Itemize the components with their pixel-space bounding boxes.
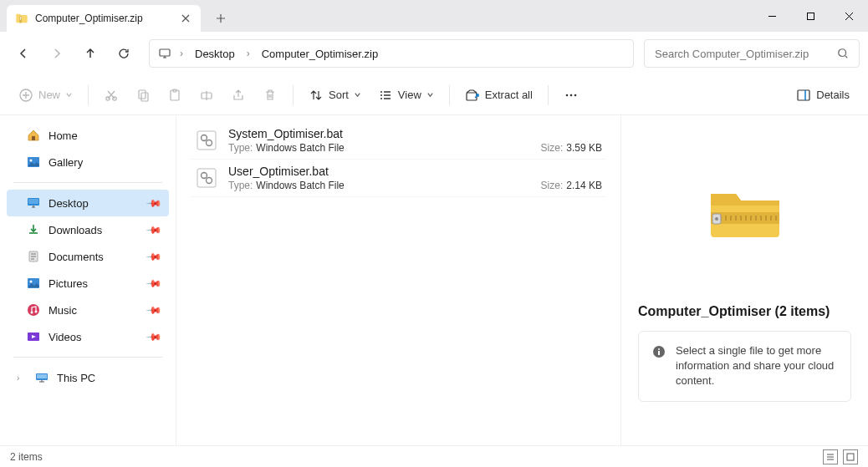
svg-rect-12	[141, 93, 148, 101]
breadcrumb-item[interactable]: Computer_Optimiser.zip	[258, 46, 381, 62]
pc-icon	[35, 371, 49, 384]
svg-point-30	[31, 312, 33, 314]
svg-point-31	[35, 311, 38, 313]
svg-rect-25	[28, 199, 38, 204]
maximize-button[interactable]	[791, 0, 830, 32]
pin-icon: 📌	[146, 195, 163, 212]
status-bar: 2 items	[0, 445, 868, 467]
svg-point-7	[839, 49, 846, 57]
videos-icon	[27, 330, 40, 343]
paste-button[interactable]	[161, 82, 189, 109]
chevron-right-icon: ›	[176, 48, 186, 59]
sidebar: Home Gallery Desktop 📌 Downloads 📌 Docum…	[0, 115, 176, 445]
pin-icon: 📌	[146, 248, 163, 266]
info-icon	[652, 345, 666, 358]
sidebar-item-desktop[interactable]: Desktop 📌	[7, 190, 169, 216]
more-button[interactable]	[557, 82, 585, 109]
svg-point-43	[715, 217, 718, 221]
view-details-button[interactable]	[823, 449, 838, 464]
svg-rect-46	[658, 351, 660, 355]
chevron-down-icon	[426, 91, 434, 99]
new-tab-button[interactable]	[206, 5, 236, 32]
search-box[interactable]	[644, 39, 860, 68]
desktop-icon	[27, 196, 40, 210]
sort-button[interactable]: Sort	[302, 82, 368, 109]
file-name: User_Optimiser.bat	[228, 165, 602, 178]
svg-rect-5	[807, 13, 814, 19]
address-bar[interactable]: › Desktop › Computer_Optimiser.zip	[149, 39, 634, 68]
up-button[interactable]	[75, 38, 105, 69]
search-input[interactable]	[655, 48, 830, 60]
pin-icon: 📌	[146, 328, 163, 346]
copy-button[interactable]	[129, 82, 157, 109]
rename-button[interactable]	[192, 82, 221, 109]
svg-point-28	[30, 281, 33, 283]
svg-rect-35	[197, 131, 216, 150]
documents-icon	[27, 250, 40, 263]
refresh-button[interactable]	[109, 38, 139, 69]
svg-rect-4	[20, 18, 21, 19]
sidebar-item-documents[interactable]: Documents 📌	[7, 243, 169, 270]
minimize-button[interactable]	[753, 0, 791, 32]
sidebar-item-music[interactable]: Music 📌	[7, 297, 169, 323]
pin-icon: 📌	[146, 221, 163, 239]
batch-file-icon	[195, 129, 218, 152]
share-button[interactable]	[224, 82, 253, 109]
details-tip: Select a single file to get more informa…	[638, 331, 851, 402]
svg-rect-3	[20, 17, 21, 18]
details-pane: Computer_Optimiser (2 items) Select a si…	[620, 115, 868, 445]
home-icon	[27, 129, 40, 142]
file-row[interactable]: User_Optimiser.bat Type:Windows Batch Fi…	[191, 160, 605, 197]
details-toggle[interactable]: Details	[789, 82, 856, 109]
toolbar: New Sort View Extract all Details	[0, 75, 868, 115]
chevron-right-icon: ›	[243, 48, 253, 59]
svg-point-17	[566, 94, 569, 96]
zip-folder-icon	[707, 182, 783, 242]
delete-button[interactable]	[256, 82, 284, 109]
chevron-right-icon: ›	[17, 373, 27, 383]
view-button[interactable]: View	[371, 82, 441, 109]
sidebar-item-gallery[interactable]: Gallery	[7, 149, 169, 175]
svg-rect-38	[197, 169, 216, 187]
view-thumbnails-button[interactable]	[843, 449, 858, 464]
svg-point-23	[30, 160, 33, 162]
breadcrumb-item[interactable]: Desktop	[191, 46, 238, 62]
close-button[interactable]	[830, 0, 868, 32]
file-name: System_Optimiser.bat	[228, 127, 602, 140]
sidebar-item-thispc[interactable]: › This PC	[7, 364, 169, 391]
file-list: System_Optimiser.bat Type:Windows Batch …	[176, 115, 620, 445]
tab-close-icon[interactable]	[179, 12, 192, 25]
pin-icon: 📌	[146, 275, 163, 292]
pin-icon: 📌	[146, 302, 163, 319]
new-button[interactable]: New	[12, 82, 79, 109]
forward-button[interactable]	[42, 38, 72, 69]
window-tab[interactable]: Computer_Optimiser.zip	[7, 5, 201, 32]
svg-rect-6	[160, 49, 170, 56]
tab-title: Computer_Optimiser.zip	[35, 13, 172, 24]
sidebar-item-home[interactable]: Home	[7, 122, 169, 149]
sidebar-item-pictures[interactable]: Pictures 📌	[7, 270, 169, 297]
downloads-icon	[27, 223, 40, 236]
back-button[interactable]	[8, 38, 38, 69]
sidebar-item-videos[interactable]: Videos 📌	[7, 323, 169, 350]
batch-file-icon	[195, 166, 218, 190]
svg-point-29	[28, 304, 39, 316]
cut-button[interactable]	[97, 82, 125, 109]
extract-all-button[interactable]: Extract all	[458, 82, 539, 109]
file-row[interactable]: System_Optimiser.bat Type:Windows Batch …	[191, 122, 605, 160]
title-bar: Computer_Optimiser.zip	[0, 0, 868, 32]
svg-point-19	[574, 94, 577, 96]
zip-folder-icon	[15, 12, 28, 25]
status-text: 2 items	[10, 451, 43, 463]
svg-rect-11	[139, 90, 146, 99]
monitor-icon	[158, 47, 171, 60]
svg-rect-16	[467, 93, 477, 100]
sidebar-item-downloads[interactable]: Downloads 📌	[7, 216, 169, 243]
pictures-icon	[27, 277, 40, 290]
music-icon	[27, 303, 40, 317]
svg-point-45	[658, 348, 660, 350]
preview-area	[638, 129, 851, 296]
body: Home Gallery Desktop 📌 Downloads 📌 Docum…	[0, 115, 868, 445]
svg-point-18	[570, 94, 573, 96]
svg-rect-34	[37, 374, 47, 378]
